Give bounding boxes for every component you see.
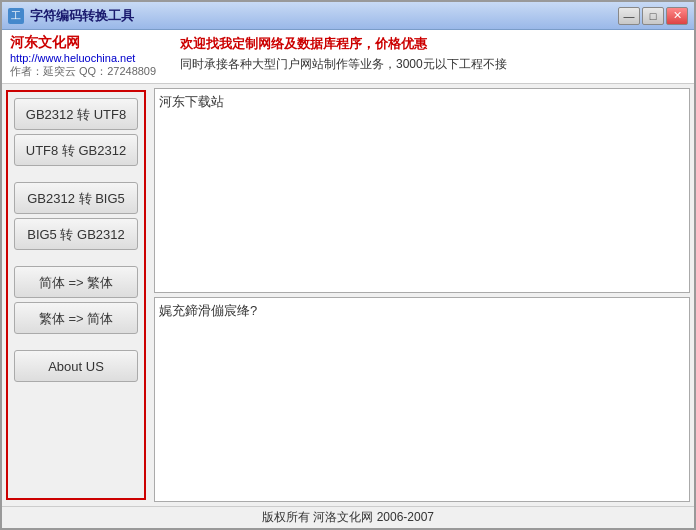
bottom-textarea[interactable] — [155, 298, 689, 501]
btn-traditional-to-simplified[interactable]: 繁体 => 简体 — [14, 302, 138, 334]
right-panels — [150, 84, 694, 506]
main-window: 工 字符编码转换工具 — □ ✕ 河东文化网 http://www.heluoc… — [0, 0, 696, 530]
spacer-3 — [14, 338, 138, 346]
title-controls: — □ ✕ — [618, 7, 688, 25]
top-text-panel — [154, 88, 690, 293]
title-bar: 工 字符编码转换工具 — □ ✕ — [2, 2, 694, 30]
btn-simplified-to-traditional[interactable]: 简体 => 繁体 — [14, 266, 138, 298]
logo-line2: http://www.heluochina.net — [10, 52, 170, 64]
status-bar: 版权所有 河洛文化网 2006-2007 — [2, 506, 694, 528]
btn-big5-to-gb2312[interactable]: BIG5 转 GB2312 — [14, 218, 138, 250]
main-content: GB2312 转 UTF8 UTF8 转 GB2312 GB2312 转 BIG… — [2, 84, 694, 506]
close-button[interactable]: ✕ — [666, 7, 688, 25]
logo-line3: 作者：延突云 QQ：27248809 — [10, 64, 170, 79]
window-title: 字符编码转换工具 — [30, 7, 134, 25]
btn-gb2312-to-big5[interactable]: GB2312 转 BIG5 — [14, 182, 138, 214]
btn-about-us[interactable]: About US — [14, 350, 138, 382]
maximize-button[interactable]: □ — [642, 7, 664, 25]
logo-line1: 河东文化网 — [10, 34, 170, 52]
spacer-2 — [14, 254, 138, 262]
btn-gb2312-to-utf8[interactable]: GB2312 转 UTF8 — [14, 98, 138, 130]
title-bar-left: 工 字符编码转换工具 — [8, 7, 134, 25]
header-logo: 河东文化网 http://www.heluochina.net 作者：延突云 Q… — [10, 34, 170, 79]
header-info-line2: 同时承接各种大型门户网站制作等业务，3000元以下工程不接 — [180, 55, 686, 74]
top-textarea[interactable] — [155, 89, 689, 292]
status-text: 版权所有 河洛文化网 2006-2007 — [262, 509, 434, 526]
btn-utf8-to-gb2312[interactable]: UTF8 转 GB2312 — [14, 134, 138, 166]
header-area: 河东文化网 http://www.heluochina.net 作者：延突云 Q… — [2, 30, 694, 84]
minimize-button[interactable]: — — [618, 7, 640, 25]
sidebar: GB2312 转 UTF8 UTF8 转 GB2312 GB2312 转 BIG… — [6, 90, 146, 500]
header-info: 欢迎找我定制网络及数据库程序，价格优惠 同时承接各种大型门户网站制作等业务，30… — [180, 34, 686, 74]
app-icon: 工 — [8, 8, 24, 24]
spacer-1 — [14, 170, 138, 178]
bottom-text-panel — [154, 297, 690, 502]
header-info-line1: 欢迎找我定制网络及数据库程序，价格优惠 — [180, 34, 686, 55]
